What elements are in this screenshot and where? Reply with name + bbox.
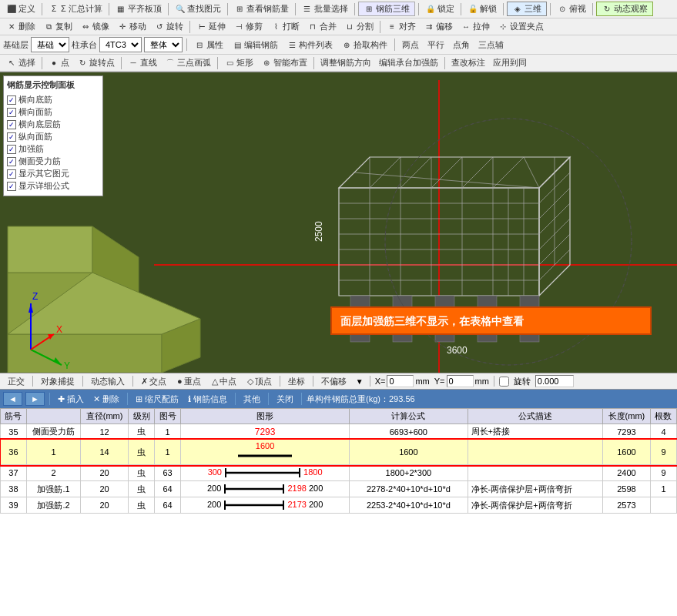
attr-btn[interactable]: ⊟ 属性: [191, 38, 226, 52]
toolbar-align[interactable]: ≡ 对齐: [384, 20, 419, 33]
toolbar-move[interactable]: ✛ 移动: [114, 20, 149, 33]
ortho-btn[interactable]: 正交: [5, 375, 28, 388]
toolbar-3d[interactable]: ⊞ 钢筋三维: [358, 2, 415, 16]
toolbar-rotate[interactable]: ↺ 旋转: [151, 20, 186, 33]
toolbar-level[interactable]: ▦ 平齐板顶: [112, 2, 165, 15]
edit-rebar-btn[interactable]: ▤ 编辑钢筋: [229, 38, 281, 52]
toolbar-lock[interactable]: 🔒 锁定: [422, 2, 457, 15]
toolbar-delete[interactable]: ✕ 删除: [3, 20, 39, 33]
toolbar-break[interactable]: ⌇ 打断: [267, 20, 303, 33]
rotate-input[interactable]: [535, 375, 574, 387]
table-row[interactable]: 38加强筋.120虫64200 2198 2002278-2*40+10*d+1…: [1, 481, 677, 497]
pt-angle-btn[interactable]: 点角: [450, 38, 473, 52]
nav-info[interactable]: ℹ 钢筋信息: [185, 393, 230, 405]
level-icon: ▦: [116, 4, 126, 15]
nav-other[interactable]: 其他: [240, 393, 263, 405]
nav-delete[interactable]: ✕ 删除: [90, 393, 122, 405]
toolbar-batch[interactable]: ☰ 批量选择: [299, 2, 351, 15]
toolbar-unlock[interactable]: 🔓 解锁: [464, 2, 500, 15]
toolbar-merge[interactable]: ⊓ 合并: [304, 20, 340, 33]
table-row[interactable]: 35侧面受力筋12虫172936693+600周长+搭接72934: [1, 424, 677, 440]
three-pts-btn[interactable]: 三点辅: [475, 38, 507, 52]
col-select[interactable]: 4TC3: [99, 37, 142, 52]
comp-list-btn[interactable]: ☰ 构件列表: [283, 38, 336, 52]
toolbar-topview[interactable]: ⊙ 俯视: [554, 2, 589, 15]
toolbar-calc[interactable]: Σ Σ 汇总计算: [45, 2, 106, 15]
sep4: [227, 3, 228, 15]
rotate-pt-btn[interactable]: ↻ 旋转点: [74, 56, 118, 69]
coord-btn[interactable]: 坐标: [285, 375, 308, 388]
point-btn[interactable]: ● 点: [45, 56, 72, 69]
pick-comp-btn[interactable]: ⊕ 拾取构件: [338, 38, 390, 52]
nav-resize[interactable]: ⊞ 缩尺配筋: [132, 393, 182, 405]
svg-line-36: [493, 157, 524, 188]
toolbar-define[interactable]: ⬛ 定义: [3, 2, 39, 15]
sep-n1: [49, 393, 50, 405]
rotate-checkbox[interactable]: [499, 377, 509, 387]
intersect-btn[interactable]: ✗ 交点: [138, 375, 169, 388]
smart-arrange-btn[interactable]: ⊛ 智能布置: [258, 56, 310, 69]
nooffset-btn[interactable]: 不偏移: [318, 375, 350, 388]
vertex-btn[interactable]: ◇ 顶点: [244, 375, 275, 388]
cell-grade: 虫: [129, 424, 155, 440]
toolbar-3dview[interactable]: ◈ 三维: [507, 2, 547, 16]
parallel-btn[interactable]: 平行: [424, 38, 447, 52]
cell-formula: 1600: [350, 440, 468, 465]
toolbar-find[interactable]: 🔍 查找图元: [172, 2, 224, 15]
toolbar-copy[interactable]: ⧉ 复制: [40, 20, 75, 33]
two-pts-btn[interactable]: 两点: [399, 38, 422, 52]
y-input[interactable]: [447, 375, 474, 387]
select-btn[interactable]: ↖ 选择: [3, 56, 39, 69]
toolbar-trim[interactable]: ⊣ 修剪: [230, 20, 266, 33]
edit-cap-btn[interactable]: 编辑承台加强筋: [376, 56, 441, 69]
checkbox-6[interactable]: ✓: [7, 169, 16, 179]
svg-line-30: [524, 157, 539, 188]
checkbox-2[interactable]: ✓: [7, 120, 16, 129]
checkbox-4[interactable]: ✓: [7, 145, 16, 154]
insert-icon: ✚: [58, 394, 65, 403]
line-btn[interactable]: ─ 直线: [125, 56, 160, 69]
svg-line-35: [462, 157, 493, 188]
whole-select[interactable]: 整体: [144, 37, 183, 52]
prev-btn[interactable]: ◄: [3, 392, 22, 406]
toolbar-stretch[interactable]: ↔ 拉伸: [457, 20, 493, 33]
midpt-btn[interactable]: △ 中点: [209, 375, 240, 388]
x-input[interactable]: [387, 375, 414, 387]
toolbar-orbit[interactable]: ↻ 动态观察: [596, 2, 653, 16]
next-btn[interactable]: ►: [25, 392, 45, 406]
endpoint-btn[interactable]: ● 重点: [174, 375, 204, 388]
toolbar-viewbar[interactable]: ⊞ 查看钢筋量: [231, 2, 292, 15]
base-select[interactable]: 基础: [31, 37, 69, 52]
arc-btn[interactable]: ⌒ 三点画弧: [162, 56, 214, 69]
checkbox-7[interactable]: ✓: [7, 182, 16, 191]
toolbar-extend[interactable]: ⊢ 延伸: [193, 20, 229, 33]
split-icon: ⊔: [344, 22, 355, 32]
toolbar-offset[interactable]: ⇉ 偏移: [421, 20, 456, 33]
cell-length: 2598: [602, 481, 650, 497]
viewport-3d[interactable]: 钢筋显示控制面板 ✓ 横向底筋 ✓ 横向面筋 ✓ 横向底层筋 ✓ 纵向面筋 ✓ …: [0, 72, 677, 373]
checkbox-5[interactable]: ✓: [7, 157, 16, 166]
data-table-container[interactable]: 筋号 直径(mm) 级别 图号 图形 计算公式 公式描述 长度(mm) 根数 3…: [0, 408, 677, 616]
checkbox-1[interactable]: ✓: [7, 108, 16, 117]
toolbar-setgrip[interactable]: ⊹ 设置夹点: [494, 20, 547, 33]
dropdown-icon[interactable]: ▼: [354, 376, 365, 387]
checkbox-0[interactable]: ✓: [7, 95, 16, 105]
adjust-dir-btn[interactable]: 调整钢筋方向: [317, 56, 374, 69]
toolbar-mirror[interactable]: ⇔ 镜像: [77, 20, 112, 33]
apply-same-btn[interactable]: 应用到同: [490, 56, 530, 69]
toolbar-split[interactable]: ⊔ 分割: [341, 20, 377, 33]
dynin-btn[interactable]: 动态输入: [88, 375, 128, 388]
checkbox-3[interactable]: ✓: [7, 132, 16, 142]
table-row[interactable]: 39加强筋.220虫64200 2173 2002253-2*40+10*d+1…: [1, 497, 677, 514]
table-row[interactable]: 37220虫63300 18001800+2*30024009: [1, 465, 677, 481]
osnap-btn[interactable]: 对象捕捉: [38, 375, 78, 388]
cell-desc: 净长-两倍保护层+两倍弯折: [468, 497, 602, 514]
nav-close[interactable]: 关闭: [273, 393, 297, 405]
table-row[interactable]: 36114虫11600160016009: [1, 440, 677, 465]
check-anno-btn[interactable]: 查改标注: [448, 56, 488, 69]
rect-btn[interactable]: ▭ 矩形: [221, 56, 256, 69]
nav-bar: ◄ ► ✚ 插入 ✕ 删除 ⊞ 缩尺配筋 ℹ 钢筋信息 其他 关闭 单构件钢筋总…: [0, 390, 677, 408]
nav-insert[interactable]: ✚ 插入: [55, 393, 87, 405]
svg-text:2500: 2500: [313, 221, 324, 242]
status-bar: 正交 对象捕捉 动态输入 ✗ 交点 ● 重点 △ 中点 ◇ 顶点 坐标 不偏移 …: [0, 373, 677, 390]
